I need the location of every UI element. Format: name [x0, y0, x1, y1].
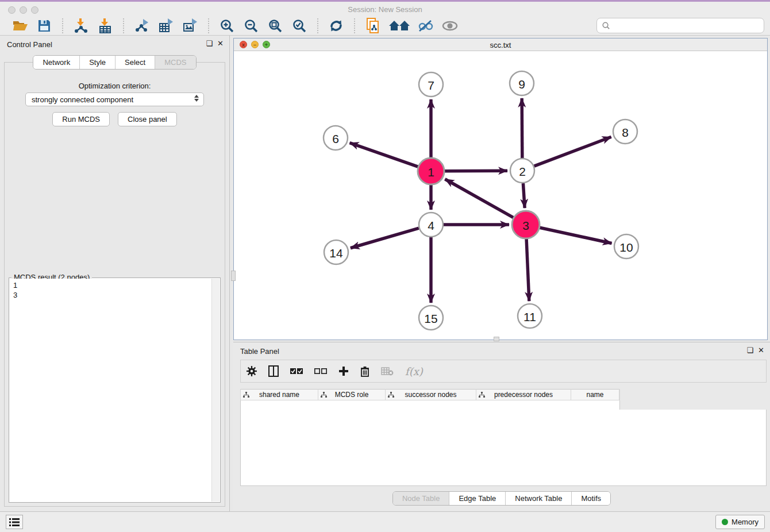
table-header-row: shared name MCDS role successor nodes pr… — [241, 390, 620, 400]
table-panel-float-icon[interactable]: ❏ — [746, 346, 753, 354]
window-resize-grip[interactable] — [494, 337, 499, 341]
search-icon — [602, 21, 610, 30]
mcds-result-item[interactable]: 1 — [13, 280, 211, 290]
control-panel-close-icon[interactable]: ✕ — [217, 39, 224, 48]
table-panel-close-icon[interactable]: ✕ — [758, 346, 764, 354]
graph-node-label: 15 — [424, 312, 437, 325]
graph-node-label: 8 — [622, 126, 629, 139]
tab-edge-table[interactable]: Edge Table — [449, 492, 505, 505]
app-titlebar: Session: New Session — [0, 2, 770, 16]
task-history-button[interactable] — [6, 515, 23, 529]
show-eye-icon[interactable] — [441, 18, 459, 34]
graph-edge-1-6[interactable] — [350, 143, 418, 167]
control-panel-float-icon[interactable]: ❏ — [206, 39, 213, 48]
graph-node-label: 3 — [522, 219, 529, 232]
zoom-out-icon[interactable] — [242, 18, 260, 34]
column-header-successor-nodes[interactable]: successor nodes — [386, 390, 476, 400]
control-panel: Control Panel ❏ ✕ Network Style Select M… — [0, 36, 230, 511]
list-icon — [9, 518, 20, 526]
tab-network-table[interactable]: Network Table — [505, 492, 571, 505]
graph-edge-4-14[interactable] — [351, 228, 419, 248]
run-mcds-button[interactable]: Run MCDS — [52, 112, 110, 126]
column-tree-icon — [243, 392, 249, 400]
graph-edge-2-3[interactable] — [523, 183, 525, 208]
toolbar-separator — [317, 18, 318, 33]
graph-edge-3-1[interactable] — [445, 179, 513, 218]
table-settings-gear-icon[interactable] — [247, 364, 257, 378]
hide-glasses-icon[interactable] — [417, 18, 434, 34]
import-network-icon[interactable] — [72, 18, 90, 34]
refresh-icon[interactable] — [328, 18, 345, 34]
tab-node-table[interactable]: Node Table — [393, 492, 449, 505]
column-header-name[interactable]: name — [571, 390, 619, 400]
column-header-shared-name[interactable]: shared name — [241, 390, 318, 400]
export-table-icon[interactable] — [157, 18, 175, 34]
toolbar-separator — [62, 18, 63, 33]
network-window-titlebar[interactable]: x – + scc.txt — [234, 38, 767, 51]
open-session-icon[interactable] — [11, 18, 29, 34]
tab-style[interactable]: Style — [79, 56, 115, 69]
mcds-result-list[interactable]: 1 3 — [10, 279, 211, 502]
add-column-icon[interactable] — [338, 364, 349, 378]
split-columns-icon[interactable] — [268, 364, 279, 378]
zoom-fit-icon[interactable] — [267, 18, 284, 34]
table-empty-area — [240, 410, 767, 486]
toolbar-separator — [123, 18, 124, 33]
optimization-criterion-label: Optimization criterion: — [5, 82, 225, 90]
graph-edge-3-11[interactable] — [526, 239, 529, 301]
graph-node-label: 14 — [329, 246, 343, 260]
dropdown-stepper-icon — [194, 95, 199, 102]
graph-node-label: 1 — [428, 165, 434, 179]
tab-network[interactable]: Network — [33, 56, 79, 69]
graph-node-label: 2 — [519, 165, 526, 178]
network-canvas[interactable]: 7968124314101511 — [234, 51, 767, 340]
select-all-checkboxes-icon[interactable] — [290, 364, 303, 378]
tab-select[interactable]: Select — [115, 56, 155, 69]
graph-node-label: 7 — [428, 79, 434, 92]
network-window-title: scc.txt — [234, 41, 767, 49]
graph-node-label: 11 — [523, 310, 536, 323]
criterion-dropdown[interactable]: strongly connected component — [25, 92, 204, 106]
tab-mcds[interactable]: MCDS — [155, 56, 195, 69]
memory-button[interactable]: Memory — [715, 515, 765, 529]
export-network-icon[interactable] — [133, 18, 151, 34]
column-header-mcds-role[interactable]: MCDS role — [318, 390, 386, 400]
graph-edge-3-10[interactable] — [540, 228, 611, 243]
main-toolbar — [0, 16, 770, 36]
app-title: Session: New Session — [0, 5, 770, 14]
search-input[interactable] — [610, 21, 764, 30]
graph-node-label: 9 — [518, 78, 525, 91]
status-bar: Memory — [0, 511, 770, 532]
close-panel-button[interactable]: Close panel — [118, 112, 177, 126]
graph-node-label: 4 — [428, 219, 434, 232]
tab-motifs[interactable]: Motifs — [571, 492, 610, 505]
column-header-predecessor-nodes[interactable]: predecessor nodes — [476, 390, 571, 400]
import-table-icon[interactable] — [97, 18, 114, 34]
network-view-window: x – + scc.txt 7968124314101511 — [233, 38, 768, 340]
memory-status-icon — [722, 519, 728, 525]
save-session-icon[interactable] — [36, 18, 53, 34]
toolbar-separator — [354, 18, 355, 33]
column-header-filler — [619, 390, 620, 400]
criterion-value: strongly connected component — [32, 95, 133, 104]
network-graph[interactable]: 7968124314101511 — [234, 51, 767, 340]
export-image-icon[interactable] — [182, 18, 199, 34]
deselect-all-checkboxes-icon[interactable] — [314, 364, 327, 378]
graph-edge-1-2[interactable] — [445, 171, 507, 171]
result-scrollbar[interactable] — [211, 279, 220, 502]
zoom-in-icon[interactable] — [218, 18, 236, 34]
table-tabs: Node Table Edge Table Network Table Moti… — [233, 486, 770, 510]
mcds-result-group: MCDS result (2 nodes) 1 3 — [9, 277, 221, 503]
duplicate-network-icon[interactable] — [364, 18, 382, 34]
splitter-grip[interactable] — [231, 271, 236, 281]
control-panel-title: Control Panel — [7, 40, 52, 49]
home-icon[interactable] — [388, 18, 410, 34]
graph-edge-2-9[interactable] — [522, 98, 522, 158]
graph-edge-2-8[interactable] — [534, 137, 611, 166]
delete-column-trash-icon[interactable] — [360, 364, 369, 378]
mcds-result-item[interactable]: 3 — [13, 290, 211, 300]
graph-node-label: 6 — [332, 132, 339, 145]
table-panel-title: Table Panel — [240, 347, 279, 356]
zoom-selected-icon[interactable] — [291, 18, 308, 34]
mcds-panel: Optimization criterion: strongly connect… — [4, 62, 225, 507]
